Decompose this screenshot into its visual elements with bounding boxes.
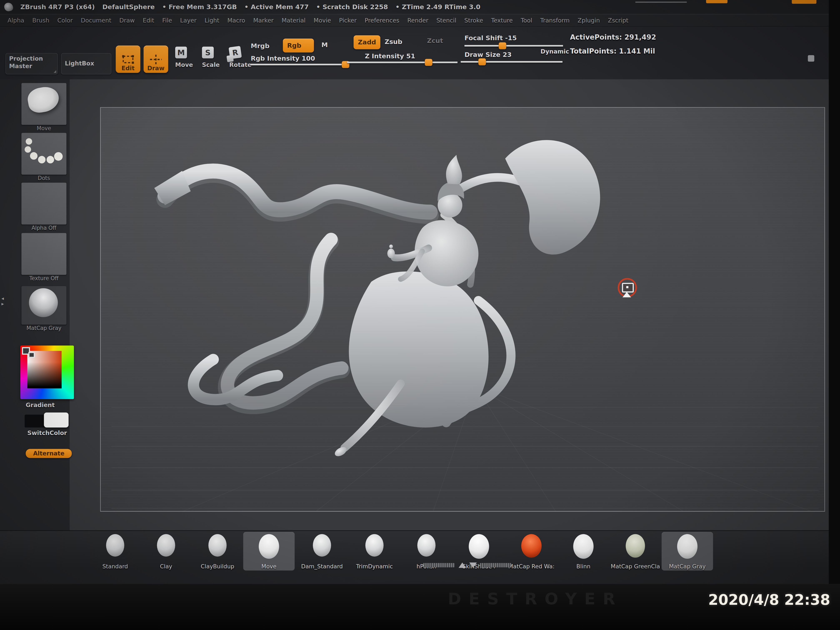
menu-item-stencil[interactable]: Stencil [436, 17, 456, 24]
menu-bar: Alpha Brush Color Document Draw Edit Fil… [0, 14, 829, 27]
current-material-tile[interactable] [22, 286, 66, 325]
draw-size-text: Draw Size [464, 51, 501, 58]
edit-button[interactable]: Edit [115, 46, 140, 73]
rotate-gyro-button[interactable]: R Rotate [229, 47, 252, 68]
main-color-swatch[interactable] [25, 415, 45, 428]
dots-stroke-icon [22, 133, 66, 175]
document-area[interactable] [100, 107, 825, 512]
shelf-item-matcap-greenclay[interactable]: MatCap GreenCla [609, 532, 661, 570]
current-stroke-tile[interactable] [22, 133, 66, 175]
dynamic-toggle[interactable]: Dynamic [541, 48, 569, 55]
current-alpha-tile[interactable] [22, 183, 66, 224]
menu-item-edit[interactable]: Edit [143, 17, 154, 24]
menu-item-stroke[interactable]: Stroke [464, 17, 483, 24]
menu-item-color[interactable]: Color [57, 17, 73, 24]
current-texture-tile[interactable] [22, 233, 66, 275]
scroll-up-icon[interactable] [458, 562, 466, 568]
shelf-item-matcap-gray[interactable]: MatCap Gray [662, 532, 713, 570]
shelf-item-trimdynamic[interactable]: TrimDynamic [349, 532, 400, 570]
matcap-sphere-icon [29, 288, 58, 317]
menu-item-preferences[interactable]: Preferences [365, 17, 399, 24]
menu-item-macro[interactable]: Macro [227, 17, 245, 24]
shelf-item-blinn[interactable]: Blinn [558, 532, 609, 570]
blinn-material-icon [573, 534, 594, 559]
menu-item-tool[interactable]: Tool [521, 17, 532, 24]
menu-item-file[interactable]: File [162, 17, 172, 24]
mrgb-toggle[interactable]: Mrgb [251, 42, 269, 50]
scale-gyro-button[interactable]: S Scale [202, 47, 219, 68]
color-picker[interactable] [19, 346, 76, 399]
z-intensity-text: Z Intensity [365, 52, 404, 60]
rgb-intensity-text: Rgb Intensity [251, 55, 299, 62]
lightbox-label: LightBox [65, 60, 94, 67]
move-gyro-button[interactable]: M Move [175, 47, 193, 68]
zsub-toggle[interactable]: Zsub [385, 38, 402, 46]
cropped-orange-knob [706, 0, 728, 3]
move-label: Move [175, 62, 193, 68]
menu-item-marker[interactable]: Marker [253, 17, 273, 24]
shelf-item-dam-standard[interactable]: Dam_Standard [296, 532, 348, 570]
switch-color-widget[interactable] [19, 412, 76, 428]
shelf-scrollbar[interactable] [423, 562, 509, 568]
document-camera-cursor-icon [618, 278, 636, 296]
monitor-bezel: DESTROYER 2020/4/8 22:38 [0, 584, 840, 630]
focal-shift-knob[interactable] [499, 42, 506, 49]
z-intensity-slider[interactable] [347, 62, 458, 63]
alternate-button[interactable]: Alternate [25, 449, 72, 458]
menu-item-movie[interactable]: Movie [314, 17, 331, 24]
menu-item-document[interactable]: Document [81, 17, 112, 24]
draw-size-slider[interactable] [461, 61, 562, 63]
shelf-item-move[interactable]: Move [243, 532, 295, 570]
menu-item-alpha[interactable]: Alpha [8, 17, 24, 24]
gradient-toggle[interactable]: Gradient [19, 402, 79, 409]
menu-item-brush[interactable]: Brush [32, 17, 49, 24]
rgb-intensity-slider[interactable] [251, 64, 349, 65]
shelf-item-standard[interactable]: Standard [89, 532, 141, 570]
draw-size-knob[interactable] [478, 58, 486, 65]
lightbox-button[interactable]: LightBox [61, 53, 112, 74]
hue-ring[interactable] [21, 346, 74, 399]
draw-button[interactable]: Draw [144, 46, 168, 73]
panel-divider-arrows[interactable]: ◂▸ [0, 295, 5, 306]
secondary-color-swatch[interactable] [44, 412, 68, 428]
scrollbar-track-right[interactable] [480, 563, 511, 567]
menu-item-texture[interactable]: Texture [491, 17, 513, 24]
menu-item-render[interactable]: Render [407, 17, 428, 24]
menu-item-light[interactable]: Light [205, 17, 219, 24]
current-brush-tile[interactable] [22, 83, 66, 125]
focal-shift-text: Focal Shift [464, 35, 503, 42]
shelf-item-matcap-red-wax[interactable]: MatCap Red Wa: [505, 532, 557, 570]
rgb-intensity-value: 100 [302, 55, 315, 62]
zcut-toggle[interactable]: Zcut [427, 37, 443, 44]
menu-item-draw[interactable]: Draw [119, 17, 135, 24]
head [438, 155, 464, 218]
photo-frame: ZBrush 4R7 P3 (x64) DefaultSphere • Free… [0, 0, 840, 630]
rgb-toggle[interactable]: Rgb [283, 38, 314, 52]
m-toggle[interactable]: M [322, 41, 328, 49]
trimdynamic-brush-icon [365, 534, 384, 557]
menu-item-transform[interactable]: Transform [540, 17, 570, 24]
viewport-canvas[interactable] [69, 79, 829, 531]
zadd-toggle[interactable]: Zadd [354, 35, 381, 49]
top-toolbar: Projection Master LightBox Edit [0, 27, 829, 79]
matcap-red-wax-material-icon [521, 534, 542, 558]
sculpt-scene [101, 108, 825, 512]
focal-shift-slider[interactable] [464, 45, 563, 47]
shelf-item-clay[interactable]: Clay [141, 532, 192, 570]
menu-item-zplugin[interactable]: Zplugin [578, 17, 600, 24]
scrollbar-track-left[interactable] [423, 563, 454, 567]
cropped-orange-knob-2 [792, 0, 816, 4]
draw-size-value: 23 [503, 51, 512, 58]
menu-item-zscript[interactable]: Zscript [608, 17, 628, 24]
z-intensity-knob[interactable] [425, 59, 432, 66]
shelf-item-claybuildup[interactable]: ClayBuildup [192, 532, 243, 570]
projection-master-button[interactable]: Projection Master [5, 53, 58, 74]
matcap-greenclay-material-icon [625, 534, 645, 558]
menu-item-picker[interactable]: Picker [339, 17, 357, 24]
free-mem-stat: • Free Mem 3.317GB [162, 3, 237, 11]
scroll-down-icon[interactable] [469, 562, 477, 568]
menu-item-material[interactable]: Material [282, 17, 306, 24]
menu-item-layer[interactable]: Layer [180, 17, 197, 24]
claybuildup-brush-icon [208, 534, 226, 557]
divider-handle[interactable] [808, 55, 815, 62]
